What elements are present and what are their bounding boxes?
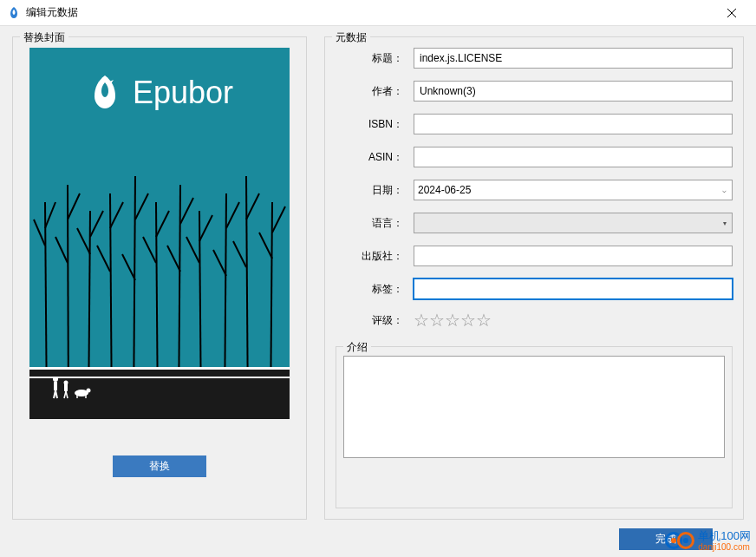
svg-point-48 [671,538,676,543]
svg-line-13 [110,202,123,228]
svg-rect-40 [64,384,68,391]
svg-line-6 [55,237,68,263]
publisher-input[interactable] [414,246,733,266]
svg-line-27 [213,250,226,276]
cover-panel: 替换封面 [12,36,307,520]
close-icon [727,9,736,17]
publisher-row: 出版社： [336,246,733,266]
rating-label: 评级： [336,313,414,328]
date-label: 日期： [336,183,414,198]
language-label: 语言： [336,216,414,231]
title-row: 标题： [336,48,733,69]
star-icon[interactable]: ☆ [476,311,492,329]
date-value: 2024-06-25 [418,184,471,196]
cover-logo-text: Epubor [133,75,233,111]
language-select[interactable]: ▾ [414,213,733,233]
svg-line-7 [68,193,80,220]
svg-line-4 [45,202,55,228]
chevron-down-icon: ⌵ [722,187,727,194]
svg-line-18 [143,237,156,263]
replace-cover-button[interactable]: 替换 [113,455,206,477]
isbn-input[interactable] [414,114,733,134]
main-row: 替换封面 [12,36,744,520]
svg-line-34 [272,206,285,233]
intro-panel: 介绍 [336,346,733,508]
svg-point-44 [87,389,91,393]
content-area: 替换封面 [0,26,756,557]
star-icon[interactable]: ☆ [429,311,445,329]
intro-textarea[interactable] [343,356,725,458]
cover-image[interactable]: Epubor [29,48,290,419]
isbn-row: ISBN： [336,114,733,134]
svg-line-42 [66,391,68,398]
asin-input[interactable] [414,147,733,167]
language-row: 语言： ▾ [336,213,733,233]
tags-row: 标签： [336,278,733,299]
tags-input[interactable] [414,278,733,299]
rating-stars[interactable]: ☆ ☆ ☆ ☆ ☆ [414,311,492,329]
watermark: 单机100网 danji100.com [665,530,751,552]
metadata-legend: 元数据 [332,30,370,45]
metadata-panel: 元数据 标题： 作者： ISBN： ASIN： 日期： 2024-06-2 [324,36,744,520]
title-label: 标题： [336,51,414,66]
svg-rect-36 [54,382,57,390]
date-select[interactable]: 2024-06-25 ⌵ [414,180,733,200]
asin-label: ASIN： [336,150,414,165]
author-label: 作者： [336,84,414,99]
isbn-label: ISBN： [336,117,414,132]
date-row: 日期： 2024-06-25 ⌵ [336,180,733,200]
svg-line-15 [122,254,135,280]
svg-line-10 [90,211,103,237]
watermark-text-2: danji100.com [698,542,751,552]
svg-point-39 [64,381,68,385]
svg-line-3 [34,220,45,246]
svg-line-21 [167,246,180,272]
svg-line-19 [156,211,169,237]
svg-line-12 [97,246,110,272]
svg-line-16 [135,193,148,220]
svg-line-9 [77,228,90,254]
intro-legend: 介绍 [343,340,371,355]
cover-legend: 替换封面 [20,30,68,45]
asin-row: ASIN： [336,147,733,167]
window-title: 编辑元数据 [26,5,714,20]
star-icon[interactable]: ☆ [445,311,460,329]
svg-line-25 [199,215,212,241]
svg-line-30 [233,241,246,267]
rating-row: 评级： ☆ ☆ ☆ ☆ ☆ [336,311,733,329]
svg-line-31 [246,193,259,220]
star-icon[interactable]: ☆ [414,311,429,329]
close-button[interactable] [714,0,749,26]
epubor-logo-icon [86,74,124,112]
window-titlebar: 编辑元数据 [0,0,756,26]
app-icon [7,6,21,20]
watermark-text-1: 单机100网 [698,530,751,542]
svg-line-38 [55,390,57,398]
cover-figures [47,374,99,400]
title-input[interactable] [414,48,733,69]
star-icon[interactable]: ☆ [460,311,476,329]
svg-line-28 [226,202,239,228]
chevron-down-icon: ▾ [723,220,727,227]
svg-point-50 [683,538,688,543]
svg-point-35 [53,377,58,382]
tags-label: 标签： [336,282,414,297]
author-input[interactable] [414,81,733,102]
author-row: 作者： [336,81,733,102]
svg-line-33 [259,233,272,259]
bottom-row: 完成 [12,520,744,550]
svg-line-22 [180,198,193,224]
publisher-label: 出版社： [336,249,414,264]
svg-line-24 [186,237,199,263]
watermark-icon [665,530,694,551]
